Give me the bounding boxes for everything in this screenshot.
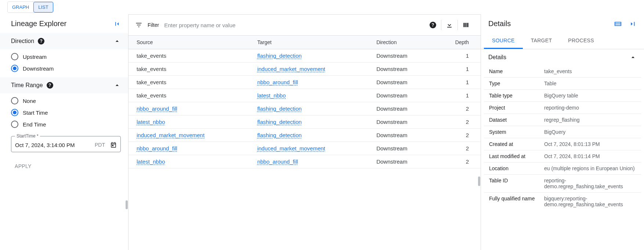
scrollbar-thumb[interactable] [126,200,128,209]
radio-label: End Time [23,121,46,128]
details-key: Dataset [489,117,544,123]
collapse-left-icon[interactable] [113,20,121,28]
source-cell: take_events [137,92,166,99]
depth-cell: 2 [434,155,481,168]
columns-icon[interactable] [458,18,474,32]
details-key: Table ID [489,178,544,183]
details-subheader-title: Details [488,54,506,61]
radio-icon [11,109,18,116]
radio-icon [11,121,18,128]
table-row[interactable]: latest_nbboflashing_detectionDownstream2 [129,115,481,129]
table-row[interactable]: latest_nbbonbbo_around_fillDownstream2 [129,155,481,168]
details-row: Locationeu (multiple regions in European… [484,162,641,174]
source-cell[interactable]: nbbo_around_fill [137,145,177,151]
table-row[interactable]: take_eventsnbbo_around_fillDownstream1 [129,76,481,89]
source-cell[interactable]: nbbo_around_fill [137,106,177,112]
th-target[interactable]: Target [252,36,372,49]
details-row: Fully qualified namebigquery:reporting-d… [484,192,641,210]
source-cell[interactable]: induced_market_movement [137,132,205,138]
target-cell[interactable]: flashing_detection [257,119,302,125]
table-row[interactable]: nbbo_around_fillinduced_market_movementD… [129,142,481,155]
target-cell[interactable]: flashing_detection [257,132,302,138]
target-cell[interactable]: flashing_detection [257,53,302,59]
details-row: Table typeBigQuery table [484,89,641,101]
details-row: Projectreporting-demo [484,101,641,114]
chevron-up-icon [113,82,121,89]
lineage-explorer-panel: Lineage Explorer Direction ? Upstream [0,14,129,250]
starttime-field-tz: PDT [95,142,105,148]
table-row[interactable]: induced_market_movementflashing_detectio… [129,129,481,142]
target-cell[interactable]: latest_nbbo [257,92,286,99]
details-value: reporting-demo.regrep_flashing.take_even… [544,178,636,189]
source-cell[interactable]: latest_nbbo [137,119,165,125]
direction-radio-downstream[interactable]: Downstream [11,65,121,72]
view-toggle-graph[interactable]: GRAPH [8,2,33,12]
scrollbar-thumb[interactable] [478,176,480,186]
timerange-radio-none[interactable]: None [11,97,121,104]
details-row: Last modified atOct 7, 2024, 8:01:14 PM [484,150,641,162]
filter-help-icon[interactable]: ? [425,18,441,32]
direction-section-header[interactable]: Direction ? [0,33,128,49]
target-cell[interactable]: nbbo_around_fill [257,79,298,85]
th-source[interactable]: Source [129,36,252,49]
timerange-radio-start[interactable]: Start Time [11,109,121,116]
radio-label: Downstream [23,65,54,72]
direction-radio-upstream[interactable]: Upstream [11,53,121,60]
details-key: Created at [489,141,544,147]
source-cell[interactable]: latest_nbbo [137,158,165,165]
depth-cell: 1 [434,63,481,76]
details-panel: Details SOURCE TARGET PROCESS Details [481,14,644,250]
fullscreen-icon[interactable] [614,20,622,28]
details-key: System [489,129,544,135]
tab-process[interactable]: PROCESS [560,33,602,49]
direction-radio-group: Upstream Downstream [0,49,128,77]
details-row: TypeTable [484,77,641,89]
apply-button[interactable]: APPLY [11,160,35,172]
filter-input[interactable] [164,22,420,28]
direction-cell: Downstream [371,76,434,89]
timerange-radio-end[interactable]: End Time [11,121,121,128]
details-key: Table type [489,93,544,99]
table-row[interactable]: take_eventslatest_nbboDownstream1 [129,89,481,102]
details-value: Oct 7, 2024, 8:01:14 PM [544,153,636,159]
collapse-right-icon[interactable] [629,20,637,28]
details-tabs: SOURCE TARGET PROCESS [481,33,644,49]
direction-cell: Downstream [371,49,434,63]
details-subheader[interactable]: Details [481,49,644,65]
details-value: take_events [544,68,636,74]
table-row[interactable]: nbbo_around_fillflashing_detectionDownst… [129,102,481,115]
details-value: Table [544,81,636,86]
help-icon[interactable]: ? [38,38,44,44]
target-cell[interactable]: flashing_detection [257,106,302,112]
source-cell: take_events [137,53,166,59]
timerange-section-title: Time Range [11,82,43,89]
details-value: bigquery:reporting-demo.regrep_flashing.… [544,196,636,207]
help-icon[interactable]: ? [47,82,53,89]
tab-source[interactable]: SOURCE [484,33,523,49]
depth-cell: 2 [434,129,481,142]
calendar-icon[interactable] [110,142,117,148]
download-icon[interactable] [441,18,457,32]
th-depth[interactable]: Depth [434,36,481,49]
timerange-section-header[interactable]: Time Range ? [0,77,128,93]
th-direction[interactable]: Direction [371,36,434,49]
tab-target[interactable]: TARGET [523,33,560,49]
table-row[interactable]: take_eventsinduced_market_movementDownst… [129,63,481,76]
details-key: Last modified at [489,153,544,159]
table-row[interactable]: take_eventsflashing_detectionDownstream1 [129,49,481,63]
view-toggle-list[interactable]: LIST [33,2,53,12]
chevron-up-icon [629,54,637,61]
details-row: Table IDreporting-demo.regrep_flashing.t… [484,174,641,192]
target-cell[interactable]: induced_market_movement [257,145,325,151]
details-list: Nametake_eventsTypeTableTable typeBigQue… [481,65,644,218]
target-cell[interactable]: induced_market_movement [257,66,325,72]
details-key: Type [489,81,544,86]
radio-icon [11,65,18,72]
details-title: Details [488,19,511,28]
target-cell[interactable]: nbbo_around_fill [257,158,298,165]
depth-cell: 1 [434,89,481,102]
details-row: Nametake_events [484,65,641,77]
details-key: Location [489,165,544,171]
depth-cell: 2 [434,115,481,129]
starttime-field[interactable]: StartTime * Oct 7, 2024, 3:14:00 PM PDT [11,136,121,152]
